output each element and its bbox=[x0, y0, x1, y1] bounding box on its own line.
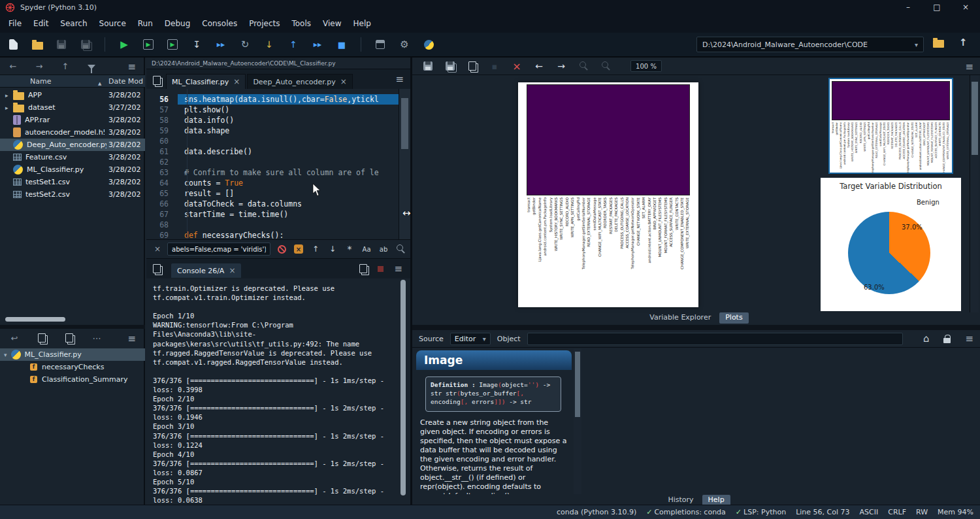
zoom-in-icon[interactable] bbox=[599, 59, 612, 73]
find-previous-icon[interactable]: ↑ bbox=[311, 242, 320, 256]
run-file-icon[interactable]: ▶ bbox=[118, 37, 131, 52]
status-completions[interactable]: ✓Completions: conda bbox=[646, 508, 726, 516]
maximize-button[interactable]: □ bbox=[923, 0, 951, 14]
code-line[interactable]: 56sns.heatmap(data.isnull(),cbar=False,y… bbox=[146, 94, 410, 105]
console-output[interactable]: tf.train.Optimizer is deprecated. Please… bbox=[146, 278, 410, 505]
lock-icon[interactable] bbox=[943, 338, 951, 343]
console-options-icon[interactable] bbox=[394, 263, 402, 275]
code-line[interactable]: 68 bbox=[146, 220, 410, 230]
plot-thumbnail-pie[interactable]: Target Variable Distribution Benign 37.0… bbox=[821, 178, 961, 311]
zoom-level[interactable]: 100 % bbox=[628, 60, 662, 72]
menu-run[interactable]: Run bbox=[132, 14, 159, 33]
close-all-plots-icon[interactable]: × bbox=[510, 59, 523, 73]
browse-directory-icon[interactable] bbox=[933, 40, 944, 48]
forward-icon[interactable]: → bbox=[33, 59, 46, 73]
plot-thumbnail-heatmap[interactable]: transactgetBinderLjava.lang.Class.getCan… bbox=[828, 78, 953, 174]
browse-tabs-icon[interactable] bbox=[153, 76, 161, 85]
expander-icon[interactable] bbox=[5, 91, 13, 99]
new-file-icon[interactable] bbox=[7, 37, 20, 52]
help-options-icon[interactable] bbox=[965, 333, 973, 344]
run-cell-icon[interactable] bbox=[142, 37, 155, 52]
close-console-icon[interactable] bbox=[229, 266, 235, 275]
clear-highlight-icon[interactable] bbox=[294, 242, 303, 256]
code-line[interactable]: 58data.info() bbox=[146, 115, 410, 126]
file-row[interactable]: APP3/28/202 bbox=[0, 89, 145, 101]
outline-root-item[interactable]: ML_Classifier.py bbox=[0, 348, 145, 361]
close-button[interactable]: × bbox=[951, 0, 980, 14]
menu-search[interactable]: Search bbox=[54, 14, 93, 33]
zoom-out-icon[interactable] bbox=[577, 59, 590, 73]
copy-console-icon[interactable] bbox=[359, 264, 367, 273]
step-into-icon[interactable]: ↓ bbox=[263, 37, 276, 52]
regex-icon[interactable]: * bbox=[345, 242, 354, 256]
code-editor[interactable]: 56sns.heatmap(data.isnull(),cbar=False,y… bbox=[146, 89, 410, 239]
code-line[interactable]: 60 bbox=[146, 136, 410, 146]
menu-source[interactable]: Source bbox=[93, 14, 132, 33]
status-lsp[interactable]: ✓LSP: Python bbox=[736, 508, 786, 516]
back-icon[interactable]: ← bbox=[7, 59, 20, 73]
python-env-icon[interactable] bbox=[422, 37, 435, 52]
save-icon[interactable] bbox=[55, 37, 68, 52]
find-next-icon[interactable]: ↓ bbox=[328, 242, 337, 256]
parent-folder-icon[interactable]: ↑ bbox=[59, 59, 72, 73]
run-selection-icon[interactable]: ↧ bbox=[190, 37, 203, 52]
file-row[interactable]: APP.rar3/28/202 bbox=[0, 114, 145, 126]
tab-plots[interactable]: Plots bbox=[719, 312, 748, 324]
editor-tab[interactable]: ML_Classifier.py bbox=[166, 74, 246, 89]
plots-scrollbar[interactable] bbox=[970, 75, 979, 312]
outline-item[interactable]: Classification_Summary bbox=[0, 373, 145, 386]
parent-directory-icon[interactable]: ↑ bbox=[959, 37, 968, 48]
home-icon[interactable] bbox=[923, 333, 930, 344]
code-line[interactable]: 64counts = True bbox=[146, 178, 410, 188]
next-plot-icon[interactable]: → bbox=[555, 59, 568, 73]
collapse-icon[interactable] bbox=[4, 350, 7, 359]
tab-variable-explorer[interactable]: Variable Explorer bbox=[644, 312, 717, 324]
code-line[interactable]: 65result = [] bbox=[146, 188, 410, 199]
help-object-combo[interactable] bbox=[527, 333, 903, 345]
more-options-icon[interactable]: ⋯ bbox=[90, 331, 103, 345]
code-line[interactable]: 62 bbox=[146, 157, 410, 167]
file-row[interactable]: Deep_Auto_encoder.py3/28/202 bbox=[0, 139, 145, 151]
find-input[interactable] bbox=[167, 243, 270, 256]
code-line[interactable]: 63# Confirm to make sure all column are … bbox=[146, 167, 410, 178]
console-tab[interactable]: Console 26/A bbox=[171, 263, 241, 278]
open-file-icon[interactable] bbox=[31, 37, 44, 52]
close-find-icon[interactable] bbox=[154, 244, 161, 254]
paste-icon[interactable] bbox=[63, 331, 76, 345]
editor-tab[interactable]: Deep_Auto_encoder.py bbox=[247, 74, 352, 89]
menu-projects[interactable]: Projects bbox=[243, 14, 286, 33]
menu-debug[interactable]: Debug bbox=[159, 14, 196, 33]
close-tab-icon[interactable] bbox=[233, 77, 240, 86]
file-row[interactable]: dataset3/27/202 bbox=[0, 101, 145, 114]
file-row[interactable]: testSet1.csv3/28/202 bbox=[0, 176, 145, 188]
file-row[interactable]: ML_Classifier.py3/28/202 bbox=[0, 163, 145, 176]
no-matches-icon[interactable] bbox=[277, 242, 286, 256]
run-cell-advance-icon[interactable] bbox=[166, 37, 179, 52]
horizontal-splitter[interactable] bbox=[412, 325, 980, 330]
filter-icon[interactable] bbox=[85, 59, 98, 73]
save-all-plots-icon[interactable] bbox=[444, 59, 457, 73]
status-interpreter[interactable]: conda (Python 3.10.9) bbox=[557, 508, 636, 516]
copy-icon[interactable] bbox=[35, 331, 48, 345]
help-object-input[interactable] bbox=[532, 335, 898, 343]
close-tab-icon[interactable] bbox=[340, 77, 347, 86]
help-source-combo[interactable]: Editor ▾ bbox=[450, 333, 491, 345]
maximize-pane-icon[interactable] bbox=[374, 37, 387, 52]
help-scrollbar[interactable] bbox=[574, 349, 581, 494]
column-date-modified[interactable]: Date Mod bbox=[108, 77, 143, 86]
go-to-cursor-icon[interactable]: ↩ bbox=[8, 331, 21, 345]
code-line[interactable]: 57plt.show() bbox=[146, 105, 410, 115]
save-plot-icon[interactable] bbox=[421, 59, 434, 73]
copy-plot-icon[interactable] bbox=[466, 59, 479, 73]
menu-consoles[interactable]: Consoles bbox=[196, 14, 243, 33]
outline-options-icon[interactable] bbox=[127, 333, 136, 344]
files-horizontal-scrollbar[interactable] bbox=[3, 316, 142, 322]
files-header[interactable]: Name Date Mod bbox=[0, 75, 145, 88]
code-line[interactable]: 59data.shape bbox=[146, 126, 410, 136]
interrupt-kernel-icon[interactable] bbox=[378, 266, 384, 272]
working-directory-combo[interactable]: D:\2024\Android_Malware_Autoencoder\CODE… bbox=[696, 37, 924, 52]
debug-continue-icon[interactable]: ▶▶ bbox=[311, 37, 324, 52]
whole-word-icon[interactable]: ab bbox=[379, 242, 388, 256]
menu-edit[interactable]: Edit bbox=[27, 14, 54, 33]
search-icon[interactable] bbox=[396, 242, 405, 256]
